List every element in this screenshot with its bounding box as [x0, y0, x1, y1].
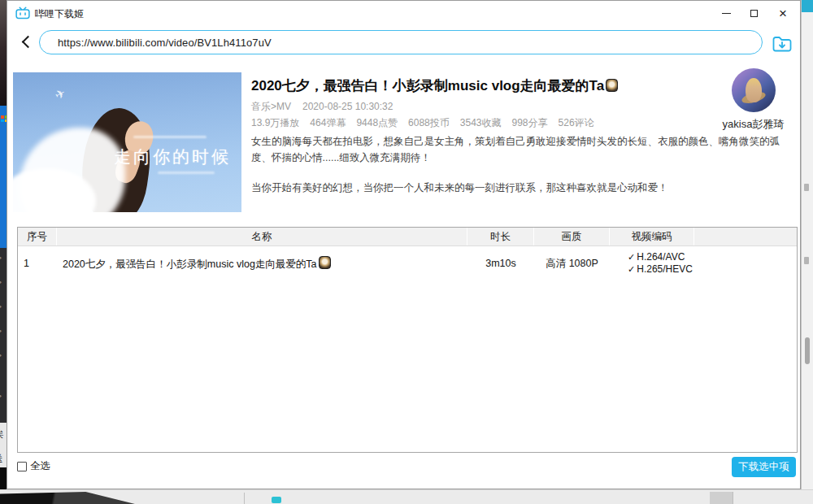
url-input[interactable]: https://www.bilibili.com/video/BV1Lh411o…: [39, 30, 763, 54]
video-info-section: ✈ 走向你的时候 2020七夕，最强告白！小彭录制music vlog走向最爱的…: [7, 66, 800, 220]
close-icon: ×: [779, 7, 787, 20]
header-name: 名称: [57, 228, 467, 245]
chevron-right-icon: >: [0, 279, 7, 287]
cell-empty: [694, 262, 797, 265]
video-title: 2020七夕，最强告白！小彭录制music vlog走向最爱的Ta: [251, 76, 739, 95]
table-header-row: 序号 名称 时长 画质 视频编码: [18, 228, 797, 246]
minimize-button[interactable]: [712, 1, 740, 25]
codec-1: H.264/AVC: [637, 251, 685, 263]
back-button[interactable]: [17, 32, 38, 54]
background-left-window: > > > > > > 诶 送: [0, 0, 7, 489]
clipped-text: 送: [0, 454, 7, 464]
select-all-control[interactable]: 全选: [17, 459, 50, 473]
chevron-right-icon: >: [0, 303, 7, 311]
background-black-strip: [0, 467, 7, 489]
chevron-right-icon: >: [0, 352, 7, 360]
window-title: 哔哩下载姬: [35, 7, 84, 21]
chevron-right-icon: >: [0, 328, 7, 336]
video-title-text: 2020七夕，最强告白！小彭录制music vlog走向最爱的Ta: [251, 78, 604, 93]
video-description-p2: 当你开始有美好的幻想，当你把一个人和未来的每一刻进行联系，那这种喜欢就是心动和爱…: [251, 180, 784, 196]
divider: [244, 493, 245, 504]
check-icon: ✓: [628, 252, 635, 262]
background-blue-panel: [0, 106, 7, 248]
background-scrollbar-thumb: [805, 337, 810, 364]
stat-plays: 13.9万播放: [251, 117, 299, 128]
divider: [733, 492, 733, 504]
video-stats-line: 13.9万播放464弹幕9448点赞6088投币3543收藏998分享526评论: [251, 116, 605, 130]
cell-quality: 高清 1080P: [534, 255, 610, 272]
cell-codecs: ✓H.264/AVC ✓H.265/HEVC: [610, 250, 694, 277]
cover-title-text: 走向你的时候: [114, 146, 241, 168]
header-index: 序号: [18, 228, 57, 245]
header-codec: 视频编码: [610, 228, 694, 245]
windows-logo-icon: [1, 115, 7, 122]
table-row[interactable]: 1 2020七夕，最强告白！小彭录制music vlog走向最爱的Ta 3m10…: [18, 246, 797, 280]
header-empty: [694, 228, 797, 245]
stat-likes: 9448点赞: [356, 117, 398, 128]
title-bar: 哔哩下载姬 ×: [7, 1, 800, 25]
stat-danmaku: 464弹幕: [310, 117, 346, 128]
minimize-icon: [722, 13, 731, 14]
stat-comments: 526评论: [559, 117, 594, 128]
folder-download-icon: [772, 34, 793, 53]
check-icon: ✓: [628, 264, 635, 274]
background-cyan-corner: [802, 0, 813, 12]
header-quality: 画质: [534, 228, 610, 245]
select-all-label: 全选: [30, 459, 50, 473]
background-mark: [804, 257, 809, 264]
uploader-avatar: [732, 68, 776, 112]
chevron-right-icon: >: [0, 254, 7, 263]
parts-table: 序号 名称 时长 画质 视频编码 1 2020七夕，最强告白！小彭录制music…: [17, 227, 798, 453]
background-dark-shape: [0, 492, 138, 504]
cell-name-text: 2020七夕，最强告白！小彭录制music vlog走向最爱的Ta: [63, 259, 317, 270]
codec-2: H.265/HEVC: [637, 263, 693, 275]
background-right-window: [801, 0, 813, 489]
avatar-person: [746, 78, 762, 102]
cell-index: 1: [18, 256, 57, 271]
cell-name: 2020七夕，最强告白！小彭录制music vlog走向最爱的Ta: [57, 254, 467, 273]
background-cyan-glyph: [272, 497, 281, 503]
paper-plane-doodle-icon: ✈: [53, 85, 69, 103]
video-category: 音乐>MV: [251, 101, 291, 112]
background-mark: [804, 184, 809, 191]
background-photo: [0, 0, 7, 106]
back-chevron-icon: [22, 36, 35, 49]
uploader-card[interactable]: yakisa彭雅琦: [706, 68, 800, 132]
screen: > > > > > > 诶 送: [0, 0, 813, 504]
url-text: https://www.bilibili.com/video/BV1Lh411o…: [58, 37, 272, 49]
close-button[interactable]: ×: [769, 1, 797, 25]
thumbnail-scribble: [133, 136, 207, 138]
stat-favorites: 3543收藏: [460, 117, 502, 128]
header-duration: 时长: [467, 228, 534, 245]
stat-shares: 998分享: [512, 117, 548, 128]
video-thumbnail: ✈ 走向你的时候: [13, 72, 241, 212]
stat-coins: 6088投币: [408, 117, 450, 128]
chevron-right-icon: >: [0, 393, 7, 401]
footer-bar: 全选 下载选中项: [7, 453, 800, 489]
download-folder-button[interactable]: [770, 33, 794, 54]
doge-emote-icon: [606, 79, 618, 92]
background-bottom-window: [0, 489, 813, 504]
publish-time: 2020-08-25 10:30:32: [302, 101, 393, 112]
uploader-name: yakisa彭雅琦: [706, 117, 800, 132]
download-selected-button[interactable]: 下载选中项: [732, 457, 796, 477]
select-all-checkbox[interactable]: [17, 462, 27, 471]
doge-emote-icon: [319, 256, 331, 269]
maximize-icon: [750, 10, 758, 17]
cell-duration: 3m10s: [467, 256, 534, 271]
app-window: 哔哩下载姬 × https://www.bilibili.com/video/B…: [7, 0, 801, 489]
clipped-text: 诶: [0, 429, 7, 440]
video-meta-line: 音乐>MV2020-08-25 10:30:32: [251, 100, 393, 114]
bilibili-tv-icon: [15, 7, 30, 20]
nav-row: https://www.bilibili.com/video/BV1Lh411o…: [7, 27, 800, 63]
maximize-button[interactable]: [740, 1, 767, 25]
video-description-p1: 女生的脑海每天都在拍电影，想象自己是女主角，策划着自己勇敢迎接爱情时头发的长短、…: [251, 133, 784, 166]
thumbnail-scribble: [158, 172, 215, 174]
background-gray-block: [710, 492, 733, 504]
